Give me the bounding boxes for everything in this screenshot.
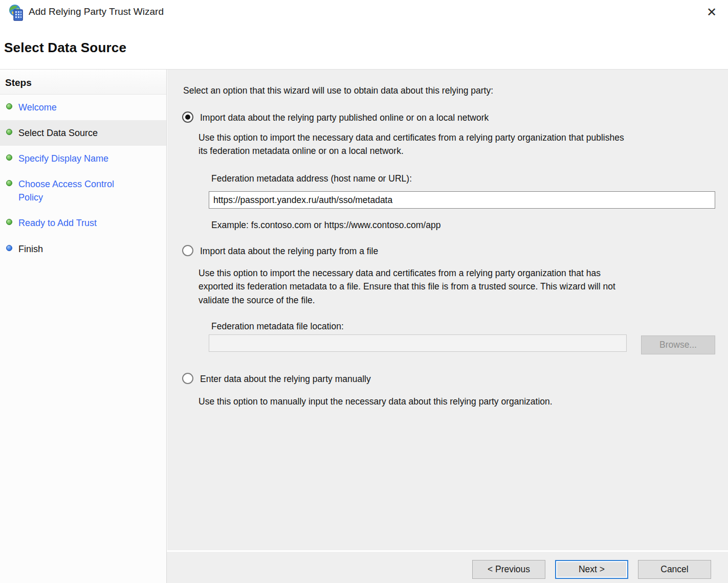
- step-label[interactable]: Finish: [18, 242, 43, 256]
- step-label[interactable]: Ready to Add Trust: [18, 216, 97, 230]
- step-done-bullet-icon: [6, 129, 12, 135]
- metadata-address-example: Example: fs.contoso.com or https://www.c…: [211, 218, 440, 232]
- step-item-ready-to-add-trust[interactable]: Ready to Add Trust: [0, 210, 166, 236]
- option-file-description: Use this option to import the necessary …: [198, 266, 720, 307]
- radio-enter-manually[interactable]: [182, 373, 193, 384]
- step-label[interactable]: Choose Access Control Policy: [18, 177, 137, 204]
- intro-text: Select an option that this wizard will u…: [183, 84, 493, 97]
- option-manual-description: Use this option to manually input the ne…: [198, 395, 720, 408]
- close-icon[interactable]: ✕: [703, 4, 720, 20]
- radio-import-file-label[interactable]: Import data about the relying party from…: [200, 246, 378, 257]
- metadata-address-input[interactable]: [209, 191, 715, 209]
- radio-import-online[interactable]: [182, 111, 193, 123]
- option-online-description: Use this option to import the necessary …: [198, 131, 720, 158]
- step-item-specify-display-name[interactable]: Specify Display Name: [0, 146, 166, 171]
- step-item-select-data-source[interactable]: Select Data Source: [0, 120, 166, 146]
- step-label[interactable]: Specify Display Name: [18, 152, 108, 165]
- cancel-button[interactable]: Cancel: [638, 560, 711, 579]
- metadata-file-input[interactable]: [209, 334, 627, 352]
- steps-header: Steps: [0, 70, 166, 95]
- previous-button[interactable]: < Previous: [472, 560, 545, 579]
- steps-sidebar: Steps Welcome Select Data Source Specify…: [0, 70, 167, 583]
- sidebar-footer-mask: [0, 550, 167, 583]
- next-button[interactable]: Next >: [555, 560, 628, 579]
- page-title: Select Data Source: [4, 40, 126, 56]
- step-label[interactable]: Welcome: [18, 101, 57, 114]
- step-pending-bullet-icon: [6, 245, 12, 251]
- step-done-bullet-icon: [6, 103, 12, 109]
- step-item-choose-access-control-policy[interactable]: Choose Access Control Policy: [0, 171, 166, 210]
- wizard-page-content: Select an option that this wizard will u…: [167, 70, 728, 550]
- wizard-button-bar: < Previous Next > Cancel: [0, 550, 728, 583]
- step-done-bullet-icon: [6, 180, 12, 186]
- step-done-bullet-icon: [6, 154, 12, 161]
- step-item-welcome[interactable]: Welcome: [0, 95, 166, 120]
- step-label: Select Data Source: [18, 126, 98, 140]
- add-relying-party-trust-wizard-window: { "window": { "title": "Add Relying Part…: [0, 0, 728, 583]
- radio-import-online-label[interactable]: Import data about the relying party publ…: [200, 113, 489, 123]
- browse-button[interactable]: Browse...: [641, 335, 715, 354]
- title-bar: Add Relying Party Trust Wizard ✕: [0, 0, 728, 25]
- step-done-bullet-icon: [6, 219, 12, 225]
- step-item-finish[interactable]: Finish: [0, 236, 166, 262]
- metadata-file-label: Federation metadata file location:: [211, 320, 344, 333]
- adfs-wizard-icon: [7, 4, 26, 22]
- metadata-address-label: Federation metadata address (host name o…: [211, 172, 412, 185]
- radio-import-file[interactable]: [182, 245, 193, 256]
- window-title: Add Relying Party Trust Wizard: [29, 6, 164, 17]
- radio-enter-manually-label[interactable]: Enter data about the relying party manua…: [200, 374, 371, 385]
